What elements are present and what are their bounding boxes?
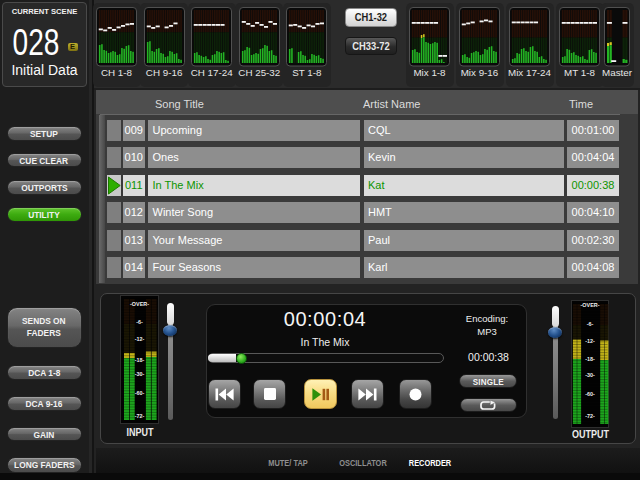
- svg-text:-6-: -6-: [136, 319, 143, 325]
- svg-text:-OVER-: -OVER-: [580, 302, 599, 308]
- svg-text:-60-: -60-: [135, 390, 145, 396]
- svg-text:-12-: -12-: [585, 338, 595, 344]
- svg-text:-12-: -12-: [135, 336, 145, 342]
- svg-text:-30-: -30-: [135, 371, 145, 377]
- svg-text:-18-: -18-: [585, 356, 595, 362]
- svg-text:-18-: -18-: [135, 357, 145, 363]
- svg-text:-30-: -30-: [585, 372, 595, 378]
- svg-text:-6-: -6-: [586, 321, 593, 327]
- svg-text:-60-: -60-: [585, 391, 595, 397]
- svg-text:-72-: -72-: [585, 413, 595, 419]
- svg-text:-OVER-: -OVER-: [130, 301, 149, 307]
- svg-text:-72-: -72-: [135, 413, 145, 419]
